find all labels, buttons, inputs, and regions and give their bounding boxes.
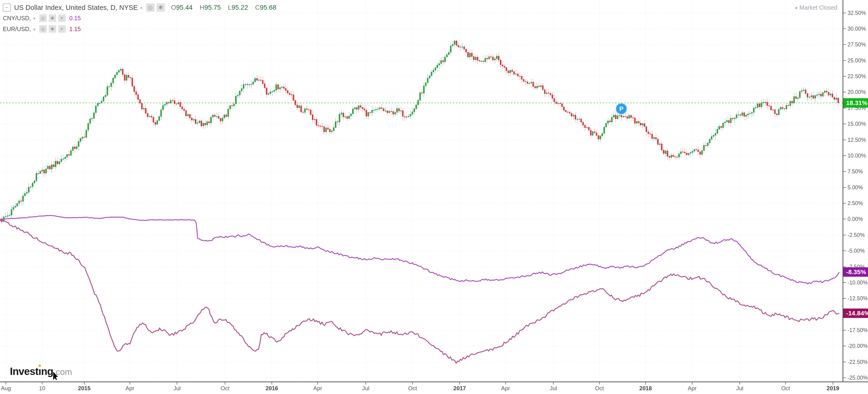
close-value: 95.68 bbox=[260, 4, 276, 11]
eye-icon: ◎ bbox=[148, 4, 153, 11]
close-icon: ✕ bbox=[60, 15, 64, 21]
eye-icon: ◎ bbox=[41, 26, 45, 32]
market-status-text: Market Closed bbox=[800, 4, 837, 11]
low-label: L bbox=[228, 4, 231, 11]
time-axis-label: 2016 bbox=[266, 385, 278, 392]
time-axis-label: Apr bbox=[501, 385, 510, 392]
time-axis-label: 2017 bbox=[453, 385, 466, 392]
time-axis-tick bbox=[785, 382, 786, 385]
cny-dropdown-caret[interactable]: ▾ bbox=[33, 16, 35, 21]
symbol-title[interactable]: US Dollar Index, United States, D, NYSE bbox=[14, 4, 138, 11]
price-axis-tick bbox=[843, 155, 846, 156]
price-axis-tick bbox=[843, 29, 846, 29]
high-value: 95.75 bbox=[204, 4, 221, 11]
price-axis-label: 20.00% bbox=[847, 89, 866, 95]
price-axis-label: 10.00% bbox=[847, 152, 866, 159]
price-chart-canvas[interactable] bbox=[0, 0, 843, 382]
time-axis-tick bbox=[505, 382, 506, 385]
cny-settings-button[interactable]: ✱ bbox=[49, 14, 56, 22]
symbol-settings-button[interactable]: ✱ bbox=[156, 3, 165, 12]
time-axis-label: Apr bbox=[688, 385, 696, 392]
price-axis-tick bbox=[843, 108, 846, 108]
time-axis-tick bbox=[177, 382, 177, 385]
remove-cny-button[interactable]: ✕ bbox=[58, 14, 66, 22]
price-axis-label: -12.50% bbox=[847, 295, 868, 302]
price-axis-tick bbox=[843, 330, 846, 330]
hide-symbol-button[interactable]: ◎ bbox=[146, 3, 155, 12]
time-axis-tick bbox=[42, 382, 42, 385]
price-axis-label: -10.00% bbox=[847, 279, 868, 286]
time-axis-label: Oct bbox=[595, 385, 604, 392]
price-axis-tick bbox=[843, 92, 846, 92]
collapse-legend-icon[interactable]: − bbox=[3, 3, 11, 11]
price-axis-label: 32.50% bbox=[847, 10, 866, 16]
time-axis-tick bbox=[412, 382, 413, 385]
gear-icon: ✱ bbox=[158, 4, 163, 11]
time-axis-tick bbox=[833, 382, 833, 385]
price-axis-label: 7.50% bbox=[847, 169, 863, 175]
cny-usd-value: 0.15 bbox=[69, 15, 81, 22]
gear-icon: ✱ bbox=[50, 15, 54, 21]
price-axis-label: 30.00% bbox=[847, 25, 866, 32]
time-axis-tick bbox=[6, 382, 6, 385]
time-axis-tick bbox=[272, 382, 272, 385]
price-axis-label: -22.50% bbox=[847, 359, 868, 365]
position-badge[interactable]: P bbox=[616, 103, 627, 115]
price-axis-tick bbox=[843, 140, 846, 140]
time-axis-tick bbox=[130, 382, 130, 385]
time-axis-label: Oct bbox=[781, 385, 790, 392]
time-axis-tick bbox=[599, 382, 600, 385]
eur-usd-label[interactable]: EUR/USD, bbox=[3, 26, 31, 32]
ohlc-readout: O95.44 H95.75 L95.22 C95.68 bbox=[171, 4, 276, 11]
time-axis-tick bbox=[692, 382, 692, 385]
last-price-label: -8.35% bbox=[843, 267, 868, 277]
price-axis-tick bbox=[843, 377, 846, 378]
price-axis[interactable]: 32.50%30.00%27.50%25.00%22.50%20.00%17.5… bbox=[843, 0, 868, 382]
open-value: 95.44 bbox=[176, 4, 192, 11]
price-axis-tick bbox=[843, 76, 846, 77]
price-axis-tick bbox=[843, 235, 846, 235]
price-axis-tick bbox=[843, 203, 846, 204]
price-axis-tick bbox=[843, 250, 846, 251]
symbol-dropdown-caret[interactable]: ▾ bbox=[140, 5, 142, 10]
time-axis-label: Jul bbox=[362, 385, 370, 392]
time-axis-tick bbox=[225, 382, 225, 385]
eur-dropdown-caret[interactable]: ▾ bbox=[33, 27, 35, 32]
time-axis-tick bbox=[740, 382, 740, 385]
symbol-row: − US Dollar Index, United States, D, NYS… bbox=[3, 2, 276, 13]
price-axis-tick bbox=[843, 298, 846, 299]
time-axis-label: Jul bbox=[550, 385, 557, 392]
price-axis-label: -2.50% bbox=[847, 232, 865, 238]
price-axis-label: 27.50% bbox=[847, 41, 866, 48]
price-axis-tick bbox=[843, 362, 846, 362]
eur-settings-button[interactable]: ✱ bbox=[49, 25, 56, 33]
market-status: ●Market Closed bbox=[795, 4, 837, 11]
price-axis-tick bbox=[843, 13, 846, 13]
market-status-dot-icon: ● bbox=[795, 5, 798, 10]
eur-usd-value: 1.15 bbox=[69, 26, 81, 32]
time-axis-label: 10 bbox=[39, 385, 45, 392]
hide-eur-button[interactable]: ◎ bbox=[39, 25, 47, 33]
time-axis-label: Apr bbox=[125, 385, 134, 392]
price-axis-tick bbox=[843, 267, 846, 267]
time-axis-label: Oct bbox=[408, 385, 417, 392]
price-axis-label: -17.50% bbox=[847, 327, 868, 333]
remove-eur-button[interactable]: ✕ bbox=[58, 25, 66, 33]
price-axis-tick bbox=[843, 187, 846, 188]
gear-icon: ✱ bbox=[50, 26, 54, 32]
price-axis-tick bbox=[843, 60, 846, 61]
time-axis-tick bbox=[553, 382, 554, 385]
legend-row-cny: CNY/USD, ▾ ◎ ✱ ✕ 0.15 bbox=[3, 13, 276, 24]
time-axis-tick bbox=[84, 382, 85, 385]
price-axis-tick bbox=[843, 219, 846, 219]
investing-logo: Investıng .com bbox=[10, 365, 72, 377]
price-axis-tick bbox=[843, 346, 846, 346]
time-axis-label: 2019 bbox=[827, 385, 839, 392]
hide-cny-button[interactable]: ◎ bbox=[39, 14, 47, 22]
time-axis[interactable]: Aug102015AprJulOct2016AprJulOct2017AprJu… bbox=[0, 382, 868, 394]
price-axis-label: 22.50% bbox=[847, 73, 866, 80]
cny-usd-label[interactable]: CNY/USD, bbox=[3, 15, 31, 22]
time-axis-tick bbox=[317, 382, 318, 385]
time-axis-label: Oct bbox=[220, 385, 229, 392]
last-price-label: -14.84% bbox=[843, 308, 868, 318]
